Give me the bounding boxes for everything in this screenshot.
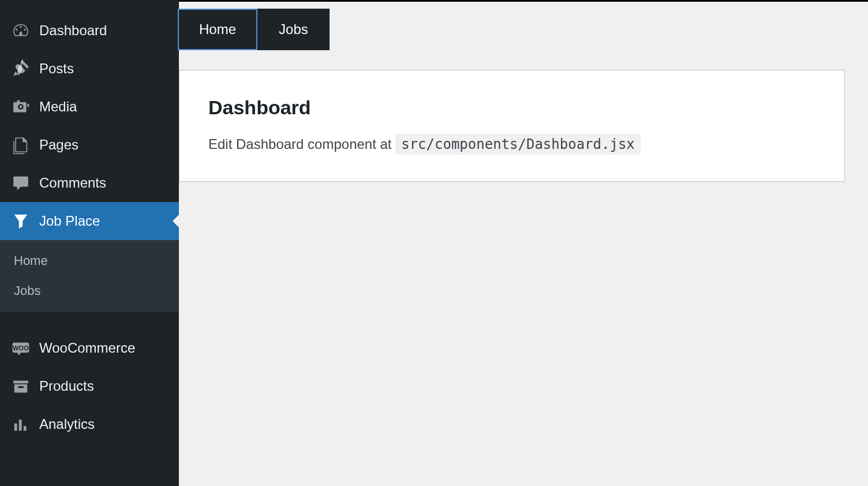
sidebar-separator: [0, 312, 179, 329]
sidebar-item-pages[interactable]: Pages: [0, 126, 179, 164]
sidebar-item-label: WooCommerce: [39, 340, 135, 356]
sidebar-item-label: Pages: [39, 137, 78, 153]
sidebar-item-label: Analytics: [39, 416, 95, 432]
panel-title: Dashboard: [208, 96, 815, 119]
admin-sidebar: Dashboard Posts Media Pages Comments Job…: [0, 0, 179, 486]
sidebar-item-label: Job Place: [39, 213, 100, 229]
sidebar-item-analytics[interactable]: Analytics: [0, 405, 179, 443]
archive-icon: [12, 377, 30, 395]
sidebar-item-media[interactable]: Media: [0, 88, 179, 126]
sidebar-item-label: Posts: [39, 61, 74, 77]
sidebar-item-comments[interactable]: Comments: [0, 164, 179, 202]
sidebar-item-label: Comments: [39, 175, 106, 191]
sidebar-item-job-place[interactable]: Job Place: [0, 202, 179, 240]
tab-home[interactable]: Home: [178, 9, 257, 50]
tab-bar: Home Jobs: [178, 2, 868, 50]
woo-icon: WOO: [12, 339, 30, 357]
gauge-icon: [12, 21, 30, 40]
panel-text-prefix: Edit Dashboard component at: [208, 136, 395, 152]
pin-icon: [12, 59, 30, 78]
tab-jobs[interactable]: Jobs: [257, 9, 330, 50]
sidebar-item-products[interactable]: Products: [0, 367, 179, 405]
sidebar-item-label: Dashboard: [39, 23, 107, 39]
submenu-item-jobs[interactable]: Jobs: [0, 276, 179, 306]
page-icon: [12, 136, 30, 154]
comment-icon: [12, 174, 30, 192]
content-panel: Dashboard Edit Dashboard component at sr…: [179, 70, 845, 182]
submenu-item-home[interactable]: Home: [0, 246, 179, 276]
svg-text:WOO: WOO: [13, 345, 29, 352]
sidebar-submenu: Home Jobs: [0, 240, 179, 312]
chart-icon: [12, 415, 30, 433]
panel-description: Edit Dashboard component at src/componen…: [208, 136, 815, 152]
sidebar-item-posts[interactable]: Posts: [0, 50, 179, 88]
sidebar-item-label: Media: [39, 99, 77, 115]
sidebar-item-woocommerce[interactable]: WOO WooCommerce: [0, 329, 179, 367]
code-path: src/components/Dashboard.jsx: [395, 134, 641, 155]
funnel-icon: [12, 212, 30, 230]
sidebar-item-dashboard[interactable]: Dashboard: [0, 12, 179, 50]
sidebar-item-label: Products: [39, 378, 94, 394]
main-content: Home Jobs Dashboard Edit Dashboard compo…: [179, 0, 868, 486]
camera-icon: [12, 98, 30, 116]
